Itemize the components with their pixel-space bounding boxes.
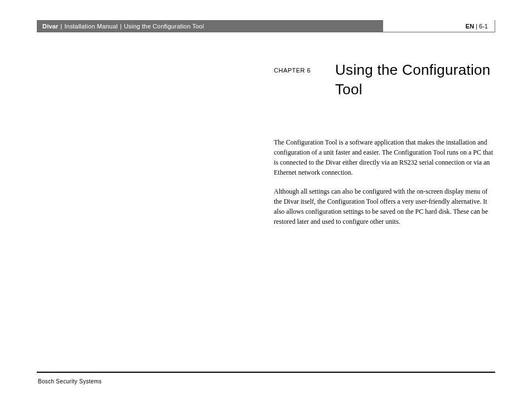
chapter-label: CHAPTER 6 (274, 67, 335, 74)
section-name: Using the Configuration Tool (124, 23, 204, 30)
document-page: Divar | Installation Manual | Using the … (0, 0, 532, 399)
manual-name: Installation Manual (65, 23, 118, 30)
product-name: Divar (42, 23, 59, 30)
page-indicator: EN | 6-1 (383, 20, 495, 32)
chapter-heading: CHAPTER 6 Using the Configuration Tool (274, 60, 497, 99)
body-text: The Configuration Tool is a software app… (274, 137, 497, 227)
footer: Bosch Security Systems (37, 372, 495, 384)
separator: | (474, 23, 479, 30)
separator: | (61, 23, 62, 30)
paragraph-2: Although all settings can also be config… (274, 186, 497, 227)
footer-company: Bosch Security Systems (37, 378, 495, 384)
page-number: 6-1 (479, 23, 488, 30)
chapter-title: Using the Configuration Tool (335, 60, 497, 99)
paragraph-1: The Configuration Tool is a software app… (274, 137, 497, 177)
footer-rule (37, 372, 495, 373)
separator: | (120, 23, 122, 30)
content-area: CHAPTER 6 Using the Configuration Tool T… (274, 60, 497, 227)
header-bar: Divar | Installation Manual | Using the … (37, 20, 495, 32)
breadcrumb: Divar | Installation Manual | Using the … (37, 20, 383, 32)
language-code: EN (466, 23, 474, 30)
